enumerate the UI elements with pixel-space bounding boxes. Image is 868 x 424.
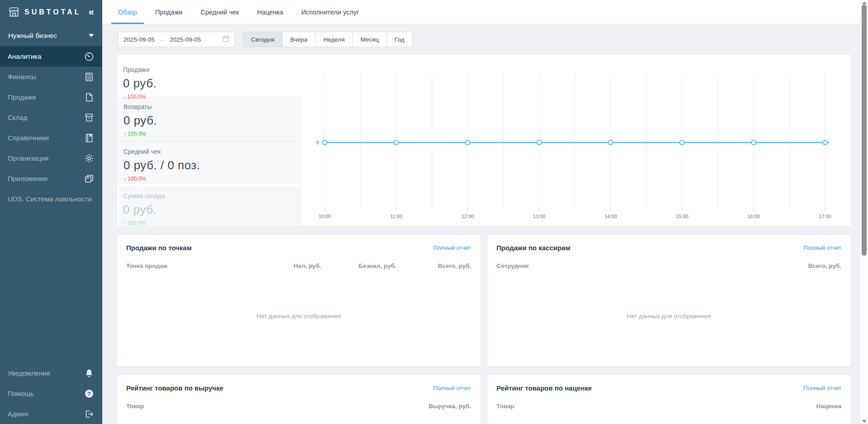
document-icon [84,92,95,103]
overview-chart-panel: Продажи 0 руб. ↓ 100,0% Возвраты 0 руб. … [117,54,851,226]
table-header-row: Товар Наценка [497,403,842,410]
svg-text:13:00: 13:00 [533,214,545,219]
stat-returns[interactable]: Возвраты 0 руб. ↑ 100,0% [119,97,301,142]
logout-icon [84,409,95,419]
stat-warehouse-sum-delta: ↑ 100,0% [123,220,292,226]
date-range-arrow-icon: → [159,36,165,43]
stat-sales[interactable]: Продажи 0 руб. ↓ 100,0% [119,60,301,97]
range-button-year[interactable]: Год [387,32,413,47]
bell-icon [84,368,95,379]
cards-row-2: Рейтинг товаров по выручке Полный отчет … [117,375,851,424]
range-button-month[interactable]: Месяц [353,32,387,47]
card-sales-by-cashier: Продажи по кассирам Полный отчет Сотрудн… [487,234,851,367]
card-top-products-by-markup: Рейтинг товаров по наценке Полный отчет … [487,375,851,424]
sidebar-item-organization[interactable]: Организация [0,148,102,168]
sidebar-item-admin-logout[interactable]: Админ [0,404,102,424]
business-selector-label: Нужный бизнес [8,32,89,39]
box-icon [84,112,95,123]
calendar-icon [223,35,229,43]
range-button-today[interactable]: Сегодня [243,32,283,47]
full-report-link[interactable]: Полный отчет [803,244,841,251]
sidebar-item-notifications[interactable]: Уведомления [0,363,102,383]
sidebar-item-finance[interactable]: Финансы [0,67,102,87]
card-top-products-by-revenue: Рейтинг товаров по выручке Полный отчет … [117,375,481,424]
svg-text:11:00: 11:00 [390,214,403,219]
book-icon [84,133,95,143]
business-selector[interactable]: Нужный бизнес [0,24,102,46]
range-button-yesterday[interactable]: Вчера [283,32,316,47]
svg-text:16:00: 16:00 [747,214,760,219]
scrollbar-thumb[interactable] [862,5,867,256]
card-title: Рейтинг товаров по выручке [126,384,433,392]
empty-state-text: Нет данных для отображения [117,313,480,319]
chart-gridlines [325,74,825,208]
tab-average-check[interactable]: Средний чек [194,0,246,24]
stat-returns-delta: ↑ 100,0% [123,131,292,137]
stat-average-check-delta: ↓ 100,0% [123,176,292,182]
full-report-link[interactable]: Полный отчет [433,244,471,251]
card-title: Продажи по кассирам [497,244,804,252]
sidebar-item-warehouse[interactable]: Склад [0,107,102,128]
svg-text:17:00: 17:00 [819,214,831,219]
card-sales-by-point: Продажи по точкам Полный отчет Точка про… [117,234,481,367]
svg-text:?: ? [87,390,91,397]
sidebar-item-help[interactable]: Помощь ? [0,383,102,404]
svg-text:14:00: 14:00 [604,214,617,219]
date-to[interactable]: 2025-09-05 [170,36,201,43]
sidebar-nav: Аналитика Финансы Продажи [0,46,102,209]
tab-sales[interactable]: Продажи [148,0,190,24]
full-report-link[interactable]: Полный отчет [803,385,841,391]
sidebar-collapse-icon[interactable]: « [89,7,94,17]
scrollbar-up-arrow-icon[interactable] [862,1,867,4]
svg-text:12:00: 12:00 [461,214,474,219]
app-title: SUBTOTAL [24,8,89,16]
full-report-link[interactable]: Полный отчет [433,385,471,391]
tab-service-performers[interactable]: Исполнители услуг [294,0,366,24]
date-range-picker[interactable]: 2025-09-05 → 2025-09-05 [118,32,235,47]
chevron-down-icon [89,34,94,37]
range-button-week[interactable]: Неделя [316,32,353,47]
top-tabbar: Обзор Продажи Средний чек Наценка Исполн… [102,0,868,24]
svg-text:10:00: 10:00 [318,214,331,219]
stat-average-check[interactable]: Средний чек 0 руб. / 0 поз. ↓ 100,0% [119,142,301,184]
app-logo: SUBTOTAL « [0,0,102,24]
sidebar-item-apps[interactable]: Приложения [0,168,102,189]
sales-line-chart: 0 10:00 11:00 12:00 13:00 [300,55,843,226]
table-header-row: Сотрудник Всего, руб. [497,262,842,269]
tab-markup[interactable]: Наценка [250,0,289,24]
date-from[interactable]: 2025-09-05 [123,36,155,43]
sidebar-item-sales[interactable]: Продажи [0,87,102,107]
filter-bar: 2025-09-05 → 2025-09-05 Сегодня Вчера Не… [102,24,868,54]
sidebar: SUBTOTAL « Нужный бизнес Аналитика Финан… [0,0,102,424]
scrollbar-down-arrow-icon[interactable] [862,420,867,423]
table-header-row: Точка продаж Нал, руб. Безнал, руб. Всег… [126,262,471,269]
stats-column: Продажи 0 руб. ↓ 100,0% Возвраты 0 руб. … [119,60,301,226]
main-content: Обзор Продажи Средний чек Наценка Исполн… [102,0,868,424]
calculator-icon [84,71,95,82]
sidebar-item-uds[interactable]: UDS. Система лояльности [0,189,102,209]
stat-warehouse-sum[interactable]: Сумма склада 0 руб. ↑ 100,0% [119,186,301,226]
sidebar-item-analytics[interactable]: Аналитика [0,46,102,67]
tab-overview[interactable]: Обзор [111,0,144,24]
gear-icon [84,153,95,164]
gauge-icon [84,51,95,62]
svg-text:15:00: 15:00 [676,214,688,219]
x-axis-labels: 10:00 11:00 12:00 13:00 14:00 15:00 16:0… [318,214,831,219]
table-header-row: Товар Выручка, руб. [126,403,471,410]
card-title: Продажи по точкам [126,244,433,252]
apps-icon [84,173,95,184]
sidebar-item-catalogs[interactable]: Справочники [0,128,102,148]
storefront-icon [8,6,20,18]
card-title: Рейтинг товаров по наценке [497,384,804,392]
quick-range-group: Сегодня Вчера Неделя Месяц Год [243,32,413,47]
chart-axis-ticks [325,208,825,211]
question-icon: ? [84,388,95,399]
y-axis-zero-label: 0 [316,140,319,145]
sidebar-footer: Уведомления Помощь ? Админ [0,363,102,424]
empty-state-text: Нет данных для отображения [488,313,851,319]
vertical-scrollbar[interactable] [860,0,868,424]
cards-row-1: Продажи по точкам Полный отчет Точка про… [117,234,851,367]
